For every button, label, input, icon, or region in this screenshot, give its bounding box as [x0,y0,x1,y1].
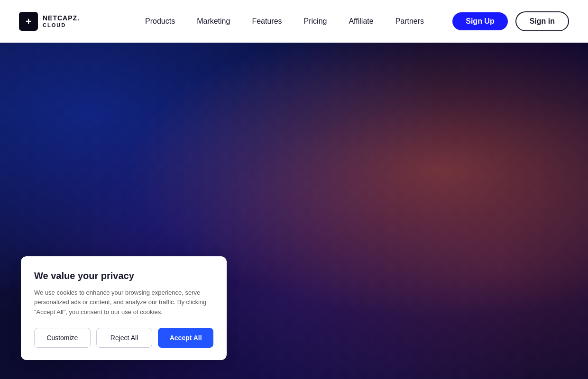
cookie-banner: We value your privacy We use cookies to … [21,256,227,360]
logo-icon: + [19,12,38,31]
nav-affiliate[interactable]: Affiliate [340,13,382,29]
customize-button[interactable]: Customize [34,328,91,348]
navbar-left: + NETCAPZ. CLOUD Products Marketing Feat… [19,12,432,31]
cookie-title: We value your privacy [34,271,213,281]
nav-features[interactable]: Features [243,13,290,29]
navbar-right: Sign Up Sign in [452,11,569,31]
nav-products[interactable]: Products [137,13,184,29]
nav-partners[interactable]: Partners [387,13,432,29]
navbar: + NETCAPZ. CLOUD Products Marketing Feat… [0,0,588,43]
nav-pricing[interactable]: Pricing [295,13,336,29]
cookie-buttons: Customize Reject All Accept All [34,328,213,348]
accept-button[interactable]: Accept All [158,328,213,348]
reject-button[interactable]: Reject All [96,328,153,348]
signin-button[interactable]: Sign in [515,11,569,31]
cookie-body: We use cookies to enhance your browsing … [34,288,213,317]
logo-name: NETCAPZ. [43,15,80,22]
signup-button[interactable]: Sign Up [452,12,507,30]
nav-marketing[interactable]: Marketing [188,13,239,29]
logo-text: NETCAPZ. CLOUD [43,15,80,27]
logo[interactable]: + NETCAPZ. CLOUD [19,12,80,31]
nav-links: Products Marketing Features Pricing Affi… [137,13,432,29]
logo-sub: CLOUD [43,22,80,28]
